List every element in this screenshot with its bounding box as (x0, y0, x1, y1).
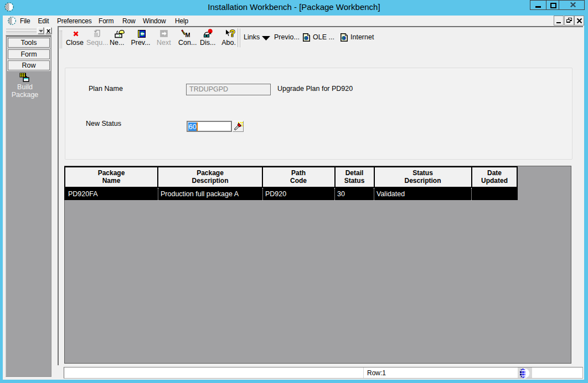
svg-text:M: M (185, 32, 190, 38)
